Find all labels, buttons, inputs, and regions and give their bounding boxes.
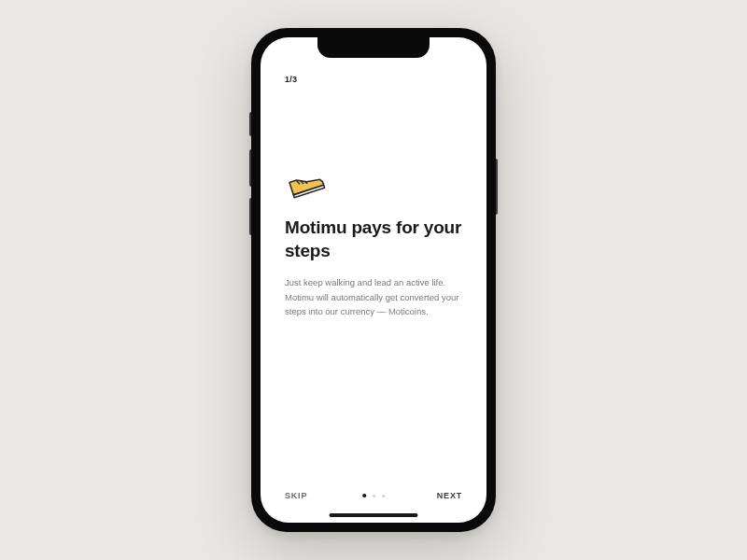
phone-mockup: 1/3 Motimu pays for your steps Just keep… (251, 28, 496, 532)
onboarding-heading: Motimu pays for your steps (285, 217, 462, 262)
notch (317, 37, 430, 58)
onboarding-content: 1/3 Motimu pays for your steps Just keep… (261, 37, 486, 472)
page-dot[interactable] (382, 495, 385, 497)
page-dots (362, 494, 385, 497)
page-dot[interactable] (373, 495, 375, 497)
skip-button[interactable]: SKIP (285, 491, 307, 500)
page-dot[interactable] (362, 494, 366, 497)
next-button[interactable]: NEXT (437, 491, 462, 500)
power-button (496, 159, 498, 215)
home-indicator[interactable] (330, 513, 418, 517)
screen: 1/3 Motimu pays for your steps Just keep… (261, 37, 486, 523)
sneaker-icon (285, 166, 462, 200)
onboarding-body: Just keep walking and lead an active lif… (285, 275, 462, 318)
page-indicator: 1/3 (285, 75, 462, 84)
